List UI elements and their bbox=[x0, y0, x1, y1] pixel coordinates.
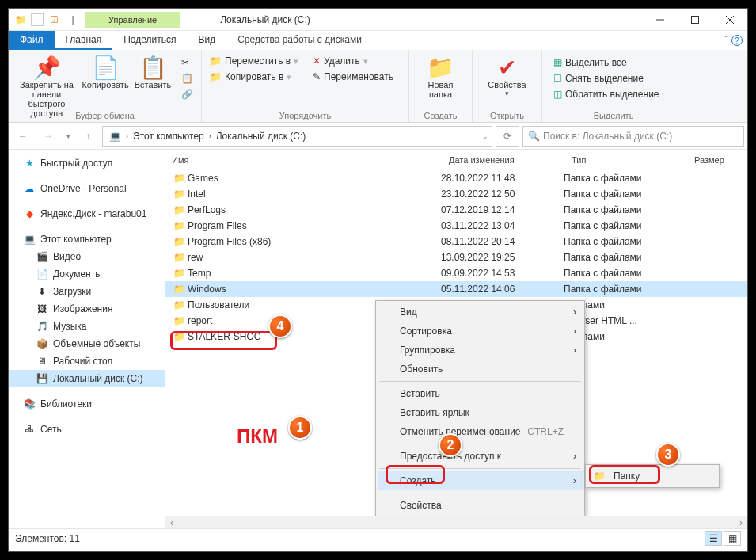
file-row[interactable]: 📁Intel23.10.2022 12:50Папка с файлами bbox=[165, 186, 747, 202]
nav-yandex[interactable]: ◆Яндекс.Диск - marabu01 bbox=[9, 205, 165, 223]
nav-3dobjects[interactable]: 📦Объемные объекты bbox=[9, 335, 165, 352]
col-name[interactable]: Имя bbox=[172, 155, 449, 165]
tab-view[interactable]: Вид bbox=[187, 31, 226, 50]
maximize-button[interactable] bbox=[678, 9, 712, 31]
cloud-icon: ☁ bbox=[23, 182, 36, 195]
col-date[interactable]: Дата изменения bbox=[449, 155, 572, 165]
file-row[interactable]: 📁PerfLogs07.12.2019 12:14Папка с файлами bbox=[165, 202, 747, 218]
file-row[interactable]: 📁rew13.09.2022 19:25Папка с файлами bbox=[165, 250, 747, 265]
video-icon: 🎬 bbox=[36, 250, 48, 263]
folder-icon: 📁 bbox=[173, 299, 188, 310]
file-row[interactable]: 📁Windows05.11.2022 14:06Папка с файлами bbox=[165, 281, 747, 297]
annotation-marker-2: 2 bbox=[439, 433, 462, 457]
selectall-button[interactable]: ▦Выделить все bbox=[549, 55, 678, 70]
nav-onedrive[interactable]: ☁OneDrive - Personal bbox=[9, 180, 165, 197]
icons-view-button[interactable]: ▦ bbox=[724, 531, 741, 546]
qat-icon[interactable] bbox=[31, 13, 44, 26]
scroll-right-icon[interactable]: › bbox=[735, 517, 747, 528]
file-name: Intel bbox=[188, 189, 441, 200]
nav-libraries[interactable]: 📚Библиотеки bbox=[9, 395, 165, 413]
cm-access[interactable]: Предоставить доступ к› bbox=[378, 447, 583, 466]
forward-button[interactable]: → bbox=[37, 125, 59, 147]
file-row[interactable]: 📁Program Files (x86)08.11.2022 20:14Папк… bbox=[165, 234, 747, 250]
svg-rect-1 bbox=[692, 16, 699, 23]
properties-button[interactable]: ✔Свойства▾ bbox=[476, 51, 538, 101]
invertselection-button[interactable]: ◫Обратить выделение bbox=[549, 86, 678, 102]
cm-paste[interactable]: Вставить bbox=[378, 384, 583, 403]
cm-create[interactable]: Создать› bbox=[378, 471, 583, 490]
pastelink-button[interactable]: 🔗 bbox=[177, 86, 198, 102]
close-button[interactable] bbox=[712, 9, 747, 31]
breadcrumb-drive-icon[interactable]: 💻 bbox=[106, 131, 124, 142]
nav-downloads[interactable]: ⬇Загрузки bbox=[9, 283, 165, 300]
folder-icon: 📁 bbox=[173, 236, 188, 247]
tab-drive-tools[interactable]: Средства работы с дисками bbox=[226, 31, 373, 50]
cm-pastelink[interactable]: Вставить ярлык bbox=[378, 403, 583, 422]
col-size[interactable]: Размер bbox=[694, 155, 724, 165]
moveto-button[interactable]: 📁Переместить в ▾ bbox=[205, 53, 308, 69]
library-icon: 📚 bbox=[23, 398, 36, 410]
nav-drive-c[interactable]: 💾Локальный диск (C:) bbox=[9, 370, 165, 387]
folder-icon: 📁 bbox=[173, 204, 188, 215]
recent-button[interactable]: ▾ bbox=[63, 125, 74, 147]
file-name: PerfLogs bbox=[188, 204, 441, 215]
nav-network[interactable]: 🖧Сеть bbox=[9, 421, 165, 438]
file-row[interactable]: 📁Program Files03.11.2022 13:04Папка с фа… bbox=[165, 218, 747, 234]
breadcrumb[interactable]: 💻› Этот компьютер› Локальный диск (C:) ⌄ bbox=[102, 126, 492, 147]
copypath-icon: 📋 bbox=[181, 73, 193, 84]
breadcrumb-0[interactable]: Этот компьютер bbox=[130, 131, 207, 142]
download-icon: ⬇ bbox=[36, 285, 48, 298]
newfolder-button[interactable]: 📁Новая папка bbox=[412, 51, 469, 102]
collapse-ribbon-icon[interactable]: ˆ bbox=[724, 35, 727, 46]
cut-button[interactable]: ✂ bbox=[177, 55, 198, 70]
nav-pictures[interactable]: 🖼Изображения bbox=[9, 300, 165, 318]
nav-quick-access[interactable]: ★Быстрый доступ bbox=[9, 154, 165, 172]
file-row[interactable]: 📁Temp09.09.2022 14:53Папка с файлами bbox=[165, 265, 747, 281]
file-date: 23.10.2022 12:50 bbox=[441, 189, 564, 200]
network-icon: 🖧 bbox=[23, 423, 36, 436]
nav-desktop[interactable]: 🖥Рабочий стол bbox=[9, 352, 165, 370]
chevron-right-icon: › bbox=[573, 451, 576, 462]
file-type: Папка с файлами bbox=[564, 236, 686, 247]
tab-file[interactable]: Файл bbox=[9, 31, 55, 50]
rename-button[interactable]: ✎Переименовать bbox=[308, 69, 403, 85]
nav-videos[interactable]: 🎬Видео bbox=[9, 248, 165, 265]
cm-group[interactable]: Группировка› bbox=[378, 341, 583, 360]
refresh-button[interactable]: ⟳ bbox=[496, 126, 519, 147]
copyto-button[interactable]: 📁Копировать в ▾ bbox=[205, 69, 308, 85]
picture-icon: 🖼 bbox=[36, 303, 48, 315]
minimize-button[interactable] bbox=[643, 9, 678, 31]
nav-documents[interactable]: 📄Документы bbox=[9, 265, 165, 283]
delete-button[interactable]: ✕Удалить ▾ bbox=[308, 53, 395, 69]
cm-refresh[interactable]: Обновить bbox=[378, 360, 583, 379]
tab-home[interactable]: Главная bbox=[55, 31, 113, 50]
cm-properties[interactable]: Свойства bbox=[378, 496, 583, 515]
cm-new-folder[interactable]: 📁Папку bbox=[587, 467, 717, 486]
status-bar: Элементов: 11 ☰ ▦ bbox=[9, 528, 747, 547]
cm-undo[interactable]: Отменить переименованиеCTRL+Z bbox=[378, 422, 583, 441]
details-view-button[interactable]: ☰ bbox=[705, 531, 722, 546]
tab-share[interactable]: Поделиться bbox=[112, 31, 187, 50]
qat-check-icon[interactable]: ☑ bbox=[45, 11, 63, 29]
file-row[interactable]: 📁Games28.10.2022 11:48Папка с файлами bbox=[165, 170, 747, 186]
file-type: Папка с файлами bbox=[564, 252, 686, 263]
cm-sort[interactable]: Сортировка› bbox=[378, 322, 583, 341]
nav-pane[interactable]: ★Быстрый доступ ☁OneDrive - Personal ◆Ян… bbox=[9, 150, 165, 528]
selectnone-button[interactable]: ☐Снять выделение bbox=[549, 70, 678, 86]
file-date: 03.11.2022 13:04 bbox=[441, 220, 564, 231]
breadcrumb-dropdown[interactable]: ⌄ bbox=[482, 132, 488, 140]
col-type[interactable]: Тип bbox=[572, 155, 694, 165]
up-button[interactable]: ↑ bbox=[77, 125, 99, 147]
folder-icon: 📁 bbox=[173, 189, 188, 200]
nav-pc[interactable]: 💻Этот компьютер bbox=[9, 230, 165, 248]
back-button[interactable]: ← bbox=[12, 125, 34, 147]
scroll-left-icon[interactable]: ‹ bbox=[165, 517, 178, 528]
copypath-button[interactable]: 📋 bbox=[177, 70, 198, 86]
cm-view[interactable]: Вид› bbox=[378, 303, 583, 322]
breadcrumb-1[interactable]: Локальный диск (C:) bbox=[213, 131, 310, 142]
horizontal-scrollbar[interactable]: ‹ › bbox=[165, 516, 747, 528]
nav-music[interactable]: 🎵Музыка bbox=[9, 318, 165, 335]
help-icon[interactable]: ? bbox=[731, 35, 743, 46]
pc-icon: 💻 bbox=[23, 233, 36, 246]
search-input[interactable]: 🔍 Поиск в: Локальный диск (C:) bbox=[522, 126, 744, 147]
